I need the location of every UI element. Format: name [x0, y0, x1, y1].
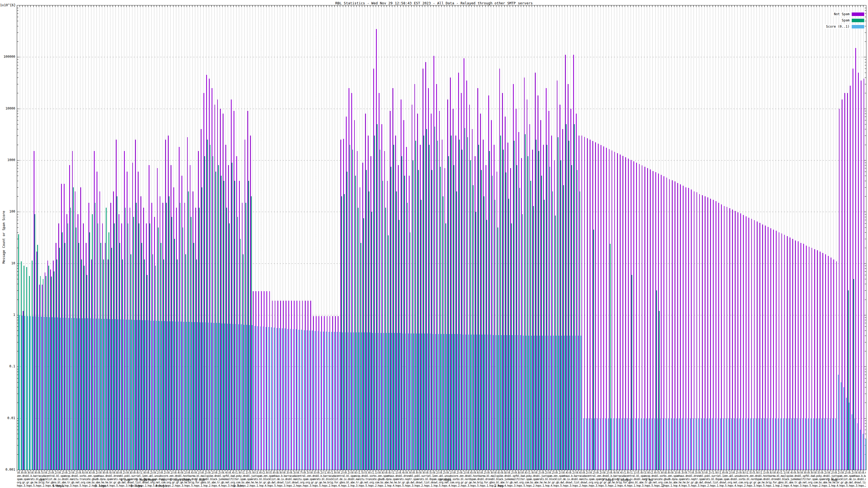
- bar-not-spam: [806, 246, 807, 470]
- bar-not-spam: [694, 191, 695, 470]
- bar-score: [728, 418, 729, 470]
- bar-score: [488, 334, 488, 470]
- bar-score: [827, 418, 828, 470]
- y-axis-tick: [17, 113, 19, 114]
- bar-score: [739, 418, 740, 470]
- bar-score: [279, 328, 280, 470]
- bar-score: [520, 335, 521, 470]
- y-axis-tick-label: 100: [0, 209, 15, 214]
- bar-score: [236, 324, 236, 470]
- bar-score: [717, 418, 718, 470]
- bar-not-spam: [748, 218, 749, 470]
- top-axis-ticks: [17, 5, 866, 7]
- bar-score: [682, 418, 682, 470]
- bar-score: [632, 418, 633, 470]
- bar-score: [624, 418, 625, 470]
- bar-score: [822, 418, 822, 470]
- bar-score: [55, 318, 55, 470]
- bar-score: [142, 320, 143, 470]
- bar-not-spam: [672, 180, 673, 470]
- bar-not-spam: [803, 244, 804, 470]
- bar-not-spam: [324, 316, 325, 470]
- y-axis-tick: [865, 430, 866, 430]
- bar-not-spam: [645, 167, 645, 470]
- y-axis-tick: [865, 13, 866, 13]
- bar-not-spam: [675, 182, 675, 470]
- x-axis-hop-label: 5 hops: [130, 484, 142, 488]
- bar-score: [767, 418, 767, 470]
- bar-not-spam: [831, 258, 831, 470]
- bar-score: [82, 318, 83, 470]
- bar-score: [315, 331, 315, 470]
- bar-score: [709, 418, 710, 470]
- bar-score: [129, 320, 129, 470]
- bar-score: [104, 319, 105, 470]
- legend-swatch: [852, 25, 864, 29]
- bar-score: [375, 333, 376, 470]
- bar-score: [800, 418, 801, 470]
- bar-score: [663, 418, 663, 470]
- bar-score: [591, 418, 592, 470]
- bar-score: [331, 332, 332, 470]
- bar-score: [424, 333, 425, 470]
- y-axis-tick: [865, 135, 866, 136]
- bar-score: [309, 330, 310, 470]
- bar-not-spam: [582, 135, 582, 470]
- bar-not-spam: [760, 223, 760, 470]
- bar-not-spam: [707, 197, 708, 470]
- y-axis-tick: [864, 57, 866, 57]
- bar-score: [482, 334, 483, 470]
- bar-not-spam: [302, 301, 303, 470]
- bar-not-spam: [283, 301, 284, 470]
- bar-not-spam: [762, 225, 763, 470]
- bar-not-spam: [754, 220, 755, 470]
- bar-score: [816, 418, 817, 470]
- bar-not-spam: [308, 301, 308, 470]
- bar-not-spam: [713, 200, 714, 470]
- bar-score: [282, 328, 283, 470]
- y-axis-tick: [17, 57, 20, 57]
- bar-score: [685, 418, 685, 470]
- y-axis-tick: [865, 113, 866, 114]
- bar-not-spam: [740, 214, 741, 470]
- bar-score: [304, 330, 305, 470]
- bar-score: [364, 332, 365, 470]
- y-axis-tick: [865, 8, 866, 8]
- bar-score: [753, 418, 754, 470]
- bar-not-spam: [839, 109, 840, 470]
- bar-score: [742, 418, 743, 470]
- bar-score: [205, 322, 206, 470]
- bar-not-spam: [738, 212, 738, 470]
- bar-score: [493, 335, 494, 470]
- bar-not-spam: [798, 241, 799, 470]
- bar-not-spam: [269, 291, 270, 470]
- bar-not-spam: [291, 301, 292, 470]
- decade-gridline: [17, 109, 866, 109]
- y-axis-tick-label: 1000: [0, 158, 15, 162]
- bar-score: [712, 418, 713, 470]
- bar-score: [76, 318, 77, 470]
- bar-score: [241, 324, 242, 470]
- bar-score: [706, 418, 707, 470]
- bar-score: [301, 330, 302, 470]
- bar-score: [611, 418, 611, 470]
- bar-not-spam: [661, 175, 661, 470]
- x-axis-label-row: hops.3.hops.5.hops.2.hops.4.hops.1.hop.3…: [17, 484, 866, 487]
- bar-not-spam: [743, 215, 744, 470]
- bar-not-spam: [253, 291, 254, 470]
- bar-score: [85, 318, 86, 470]
- bar-score: [433, 334, 433, 470]
- bar-score: [863, 434, 863, 470]
- bar-score: [96, 319, 97, 470]
- bar-score: [140, 320, 140, 470]
- bar-score: [268, 327, 269, 470]
- bar-score: [690, 418, 691, 470]
- bar-not-spam: [663, 176, 664, 470]
- bar-not-spam: [633, 161, 634, 470]
- bar-score: [641, 418, 642, 470]
- bar-score: [380, 333, 381, 470]
- bar-score: [348, 332, 348, 470]
- bar-score: [41, 317, 42, 470]
- bar-not-spam: [294, 301, 294, 470]
- bar-not-spam: [795, 240, 796, 470]
